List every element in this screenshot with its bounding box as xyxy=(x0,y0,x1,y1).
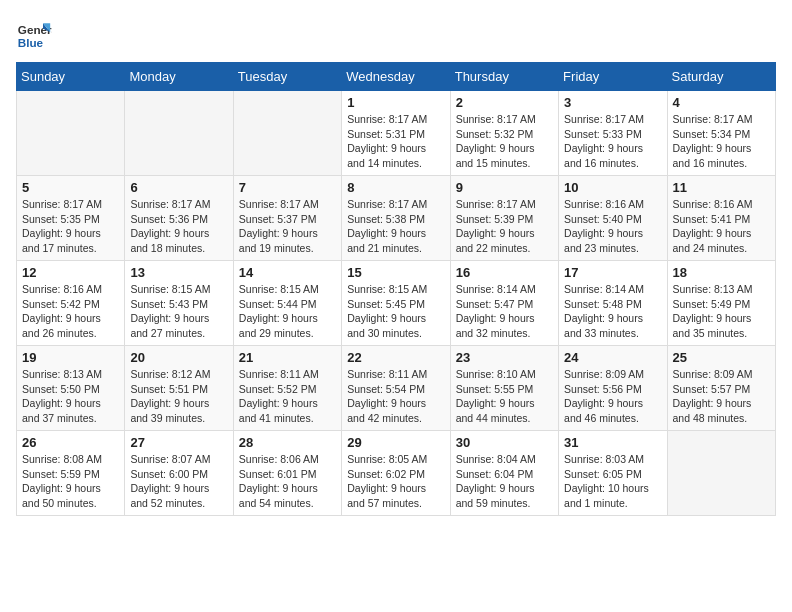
calendar-cell: 21Sunrise: 8:11 AMSunset: 5:52 PMDayligh… xyxy=(233,346,341,431)
weekday-header-wednesday: Wednesday xyxy=(342,63,450,91)
cell-sun-info: Sunrise: 8:06 AMSunset: 6:01 PMDaylight:… xyxy=(239,452,336,511)
calendar-cell: 1Sunrise: 8:17 AMSunset: 5:31 PMDaylight… xyxy=(342,91,450,176)
cell-sun-info: Sunrise: 8:03 AMSunset: 6:05 PMDaylight:… xyxy=(564,452,661,511)
cell-sun-info: Sunrise: 8:05 AMSunset: 6:02 PMDaylight:… xyxy=(347,452,444,511)
calendar-cell xyxy=(667,431,775,516)
calendar-cell: 25Sunrise: 8:09 AMSunset: 5:57 PMDayligh… xyxy=(667,346,775,431)
svg-text:Blue: Blue xyxy=(18,36,44,49)
cell-sun-info: Sunrise: 8:16 AMSunset: 5:40 PMDaylight:… xyxy=(564,197,661,256)
cell-day-number: 7 xyxy=(239,180,336,195)
calendar-cell xyxy=(17,91,125,176)
cell-sun-info: Sunrise: 8:12 AMSunset: 5:51 PMDaylight:… xyxy=(130,367,227,426)
cell-day-number: 12 xyxy=(22,265,119,280)
calendar-cell: 9Sunrise: 8:17 AMSunset: 5:39 PMDaylight… xyxy=(450,176,558,261)
cell-sun-info: Sunrise: 8:15 AMSunset: 5:43 PMDaylight:… xyxy=(130,282,227,341)
cell-sun-info: Sunrise: 8:14 AMSunset: 5:48 PMDaylight:… xyxy=(564,282,661,341)
calendar-cell xyxy=(233,91,341,176)
calendar-week-row: 12Sunrise: 8:16 AMSunset: 5:42 PMDayligh… xyxy=(17,261,776,346)
calendar-cell: 28Sunrise: 8:06 AMSunset: 6:01 PMDayligh… xyxy=(233,431,341,516)
cell-day-number: 26 xyxy=(22,435,119,450)
cell-day-number: 11 xyxy=(673,180,770,195)
calendar-cell xyxy=(125,91,233,176)
cell-sun-info: Sunrise: 8:04 AMSunset: 6:04 PMDaylight:… xyxy=(456,452,553,511)
cell-sun-info: Sunrise: 8:09 AMSunset: 5:56 PMDaylight:… xyxy=(564,367,661,426)
cell-day-number: 4 xyxy=(673,95,770,110)
cell-day-number: 23 xyxy=(456,350,553,365)
cell-day-number: 14 xyxy=(239,265,336,280)
cell-day-number: 22 xyxy=(347,350,444,365)
calendar-cell: 15Sunrise: 8:15 AMSunset: 5:45 PMDayligh… xyxy=(342,261,450,346)
cell-day-number: 31 xyxy=(564,435,661,450)
cell-day-number: 24 xyxy=(564,350,661,365)
cell-day-number: 1 xyxy=(347,95,444,110)
cell-day-number: 16 xyxy=(456,265,553,280)
cell-day-number: 17 xyxy=(564,265,661,280)
cell-day-number: 10 xyxy=(564,180,661,195)
logo: General Blue xyxy=(16,16,52,52)
cell-sun-info: Sunrise: 8:07 AMSunset: 6:00 PMDaylight:… xyxy=(130,452,227,511)
calendar-cell: 8Sunrise: 8:17 AMSunset: 5:38 PMDaylight… xyxy=(342,176,450,261)
weekday-header-saturday: Saturday xyxy=(667,63,775,91)
cell-sun-info: Sunrise: 8:17 AMSunset: 5:33 PMDaylight:… xyxy=(564,112,661,171)
cell-sun-info: Sunrise: 8:15 AMSunset: 5:45 PMDaylight:… xyxy=(347,282,444,341)
calendar-cell: 6Sunrise: 8:17 AMSunset: 5:36 PMDaylight… xyxy=(125,176,233,261)
calendar-cell: 30Sunrise: 8:04 AMSunset: 6:04 PMDayligh… xyxy=(450,431,558,516)
cell-sun-info: Sunrise: 8:16 AMSunset: 5:42 PMDaylight:… xyxy=(22,282,119,341)
cell-day-number: 25 xyxy=(673,350,770,365)
calendar-cell: 3Sunrise: 8:17 AMSunset: 5:33 PMDaylight… xyxy=(559,91,667,176)
cell-sun-info: Sunrise: 8:17 AMSunset: 5:34 PMDaylight:… xyxy=(673,112,770,171)
cell-sun-info: Sunrise: 8:13 AMSunset: 5:50 PMDaylight:… xyxy=(22,367,119,426)
cell-sun-info: Sunrise: 8:17 AMSunset: 5:39 PMDaylight:… xyxy=(456,197,553,256)
cell-sun-info: Sunrise: 8:17 AMSunset: 5:38 PMDaylight:… xyxy=(347,197,444,256)
calendar-cell: 29Sunrise: 8:05 AMSunset: 6:02 PMDayligh… xyxy=(342,431,450,516)
cell-sun-info: Sunrise: 8:11 AMSunset: 5:54 PMDaylight:… xyxy=(347,367,444,426)
cell-day-number: 29 xyxy=(347,435,444,450)
cell-day-number: 9 xyxy=(456,180,553,195)
cell-sun-info: Sunrise: 8:17 AMSunset: 5:37 PMDaylight:… xyxy=(239,197,336,256)
calendar-cell: 26Sunrise: 8:08 AMSunset: 5:59 PMDayligh… xyxy=(17,431,125,516)
weekday-header-tuesday: Tuesday xyxy=(233,63,341,91)
cell-sun-info: Sunrise: 8:17 AMSunset: 5:31 PMDaylight:… xyxy=(347,112,444,171)
cell-day-number: 3 xyxy=(564,95,661,110)
calendar-cell: 23Sunrise: 8:10 AMSunset: 5:55 PMDayligh… xyxy=(450,346,558,431)
calendar-cell: 12Sunrise: 8:16 AMSunset: 5:42 PMDayligh… xyxy=(17,261,125,346)
weekday-header-friday: Friday xyxy=(559,63,667,91)
calendar-cell: 18Sunrise: 8:13 AMSunset: 5:49 PMDayligh… xyxy=(667,261,775,346)
weekday-header-thursday: Thursday xyxy=(450,63,558,91)
cell-day-number: 8 xyxy=(347,180,444,195)
cell-sun-info: Sunrise: 8:08 AMSunset: 5:59 PMDaylight:… xyxy=(22,452,119,511)
page-header: General Blue xyxy=(16,16,776,52)
cell-day-number: 6 xyxy=(130,180,227,195)
cell-sun-info: Sunrise: 8:11 AMSunset: 5:52 PMDaylight:… xyxy=(239,367,336,426)
cell-day-number: 5 xyxy=(22,180,119,195)
cell-sun-info: Sunrise: 8:17 AMSunset: 5:35 PMDaylight:… xyxy=(22,197,119,256)
cell-sun-info: Sunrise: 8:14 AMSunset: 5:47 PMDaylight:… xyxy=(456,282,553,341)
calendar-cell: 31Sunrise: 8:03 AMSunset: 6:05 PMDayligh… xyxy=(559,431,667,516)
cell-day-number: 28 xyxy=(239,435,336,450)
cell-day-number: 13 xyxy=(130,265,227,280)
calendar-cell: 13Sunrise: 8:15 AMSunset: 5:43 PMDayligh… xyxy=(125,261,233,346)
cell-sun-info: Sunrise: 8:16 AMSunset: 5:41 PMDaylight:… xyxy=(673,197,770,256)
calendar-week-row: 19Sunrise: 8:13 AMSunset: 5:50 PMDayligh… xyxy=(17,346,776,431)
calendar-cell: 4Sunrise: 8:17 AMSunset: 5:34 PMDaylight… xyxy=(667,91,775,176)
calendar-cell: 24Sunrise: 8:09 AMSunset: 5:56 PMDayligh… xyxy=(559,346,667,431)
cell-sun-info: Sunrise: 8:17 AMSunset: 5:32 PMDaylight:… xyxy=(456,112,553,171)
calendar-cell: 20Sunrise: 8:12 AMSunset: 5:51 PMDayligh… xyxy=(125,346,233,431)
cell-day-number: 27 xyxy=(130,435,227,450)
cell-sun-info: Sunrise: 8:09 AMSunset: 5:57 PMDaylight:… xyxy=(673,367,770,426)
calendar-cell: 7Sunrise: 8:17 AMSunset: 5:37 PMDaylight… xyxy=(233,176,341,261)
calendar-table: SundayMondayTuesdayWednesdayThursdayFrid… xyxy=(16,62,776,516)
cell-day-number: 18 xyxy=(673,265,770,280)
calendar-cell: 16Sunrise: 8:14 AMSunset: 5:47 PMDayligh… xyxy=(450,261,558,346)
cell-day-number: 2 xyxy=(456,95,553,110)
calendar-cell: 17Sunrise: 8:14 AMSunset: 5:48 PMDayligh… xyxy=(559,261,667,346)
weekday-header-row: SundayMondayTuesdayWednesdayThursdayFrid… xyxy=(17,63,776,91)
weekday-header-monday: Monday xyxy=(125,63,233,91)
calendar-cell: 10Sunrise: 8:16 AMSunset: 5:40 PMDayligh… xyxy=(559,176,667,261)
cell-sun-info: Sunrise: 8:13 AMSunset: 5:49 PMDaylight:… xyxy=(673,282,770,341)
calendar-cell: 19Sunrise: 8:13 AMSunset: 5:50 PMDayligh… xyxy=(17,346,125,431)
calendar-week-row: 26Sunrise: 8:08 AMSunset: 5:59 PMDayligh… xyxy=(17,431,776,516)
logo-icon: General Blue xyxy=(16,16,52,52)
cell-day-number: 15 xyxy=(347,265,444,280)
calendar-cell: 11Sunrise: 8:16 AMSunset: 5:41 PMDayligh… xyxy=(667,176,775,261)
